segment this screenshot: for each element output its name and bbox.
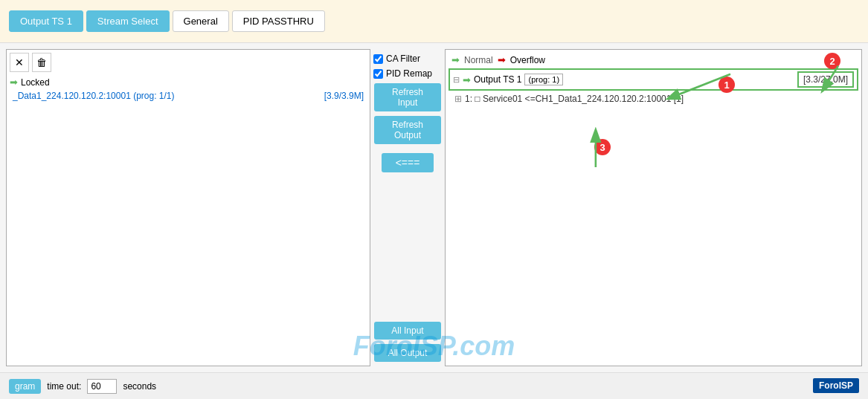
seconds-label: seconds xyxy=(123,381,156,392)
ca-filter-row[interactable]: CA Filter xyxy=(373,53,442,64)
overflow-label: Overflow xyxy=(510,55,545,65)
foroisp-badge: ForoISP xyxy=(813,378,859,393)
right-top-row: ➡ Normal ➡ Overflow xyxy=(449,53,858,67)
tree-expand-icon[interactable]: ⊟ xyxy=(453,75,460,85)
output-ts-rate: [3.3/27.0M] xyxy=(797,71,854,88)
locked-label: Locked xyxy=(21,77,50,88)
left-panel: ✕ 🗑 ➡ Locked _Data1_224.120.120.2:10001 … xyxy=(6,49,370,366)
middle-panel: CA Filter PID Remap Refresh Input Refres… xyxy=(370,49,445,366)
tab-general[interactable]: General xyxy=(173,10,229,32)
service-expand-icon[interactable]: ⊞ xyxy=(454,94,462,104)
timeout-label: time out: xyxy=(47,381,81,392)
right-panel: ➡ Normal ➡ Overflow ⊟ ➡ Output TS 1 (pro… xyxy=(445,49,862,366)
all-input-button[interactable]: All Input xyxy=(374,322,441,340)
refresh-output-button[interactable]: Refresh Output xyxy=(374,116,441,144)
tab-stream-select[interactable]: Stream Select xyxy=(86,10,170,32)
tab-pid-passthru[interactable]: PID PASSTHRU xyxy=(232,10,325,32)
annotation-badge-2: 2 xyxy=(824,53,840,69)
pid-remap-label: PID Remap xyxy=(386,68,432,79)
service-row[interactable]: ⊞ 1: □ Service01 <=CH1_Data1_224.120.120… xyxy=(449,92,858,106)
output-ts-row[interactable]: ⊟ ➡ Output TS 1 (prog: 1) [3.3/27.0M] xyxy=(449,68,858,91)
ca-filter-checkbox[interactable] xyxy=(373,54,383,64)
normal-arrow-icon: ➡ xyxy=(451,54,460,65)
refresh-input-button[interactable]: Refresh Input xyxy=(374,83,441,111)
pid-remap-row[interactable]: PID Remap xyxy=(373,68,442,79)
annotation-badge-1: 1 xyxy=(718,77,735,93)
main-content: ✕ 🗑 ➡ Locked _Data1_224.120.120.2:10001 … xyxy=(0,43,868,372)
timeout-input[interactable] xyxy=(87,379,117,394)
arrow-locked-icon: ➡ xyxy=(10,77,18,88)
arrow-left-button[interactable]: <=== xyxy=(382,153,434,172)
prog-button[interactable]: gram xyxy=(9,379,41,394)
stream-rate: [3.9/3.9M] xyxy=(324,91,364,101)
trash-button[interactable]: 🗑 xyxy=(32,53,51,72)
close-button[interactable]: ✕ xyxy=(10,53,29,72)
stream-row[interactable]: _Data1_224.120.120.2:10001 (prog: 1/1) [… xyxy=(10,89,367,103)
output-ts-label: Output TS 1 xyxy=(474,74,521,85)
pid-remap-checkbox[interactable] xyxy=(373,69,383,79)
prog-badge: (prog: 1) xyxy=(524,74,563,85)
annotation-badge-3: 3 xyxy=(594,139,611,155)
output-ts-left: ⊟ ➡ Output TS 1 (prog: 1) xyxy=(453,74,563,85)
bottom-bar: gram time out: seconds xyxy=(0,372,868,399)
tab-bar: Output TS 1 Stream Select General PID PA… xyxy=(0,0,868,43)
normal-label: Normal xyxy=(464,55,493,65)
ca-filter-label: CA Filter xyxy=(386,53,420,64)
toolbar-row: ✕ 🗑 xyxy=(10,53,367,72)
service-label: 1: □ Service01 <=CH1_Data1_224.120.120.2… xyxy=(465,94,684,104)
tab-output-ts[interactable]: Output TS 1 xyxy=(9,10,83,32)
overflow-arrow-icon: ➡ xyxy=(498,54,506,65)
output-ts-arrow-icon: ➡ xyxy=(463,74,471,85)
all-output-button[interactable]: All Output xyxy=(374,344,441,362)
stream-name: _Data1_224.120.120.2:10001 (prog: 1/1) xyxy=(13,91,175,101)
locked-row: ➡ Locked xyxy=(10,75,367,89)
